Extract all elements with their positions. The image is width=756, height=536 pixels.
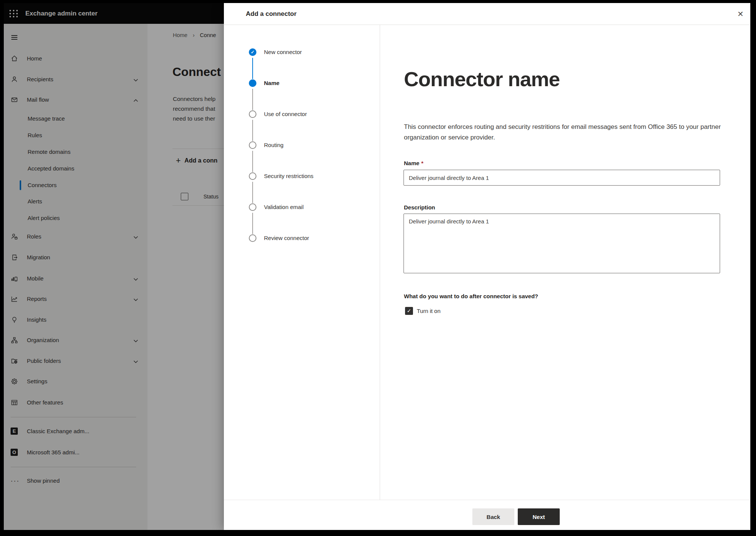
next-button[interactable]: Next: [518, 508, 560, 525]
connector-description-text: This connector enforces routing and secu…: [404, 122, 725, 143]
step-circle-upcoming: [249, 203, 256, 211]
step-connector-line: [252, 120, 253, 141]
wizard-steps-panel: ✓ New connector Name Use of connector Ro…: [224, 25, 380, 500]
step-circle-upcoming: [249, 172, 256, 180]
step-connector-line: [252, 182, 253, 203]
add-connector-modal: Add a connector ✕ ✓ New connector Name U…: [224, 3, 750, 530]
after-save-question: What do you want to do after connector i…: [404, 293, 538, 299]
wizard-step-name[interactable]: Name: [264, 79, 279, 87]
close-icon[interactable]: ✕: [734, 8, 747, 20]
turn-it-on-label[interactable]: Turn it on: [417, 307, 441, 315]
name-input[interactable]: [404, 170, 720, 186]
wizard-step-validation-email[interactable]: Validation email: [264, 203, 304, 211]
step-circle-completed: ✓: [249, 48, 256, 56]
wizard-step-use-of-connector[interactable]: Use of connector: [264, 110, 307, 118]
step-connector-line: [252, 151, 253, 172]
step-circle-upcoming: [249, 234, 256, 242]
step-circle-upcoming: [249, 141, 256, 149]
step-connector-line: [252, 58, 253, 79]
description-field-label: Description: [404, 204, 435, 211]
screenshot-frame: Exchange admin center Home Recipients: [0, 0, 756, 536]
step-connector-line: [252, 89, 253, 110]
modal-title: Add a connector: [246, 3, 297, 25]
wizard-step-routing[interactable]: Routing: [264, 141, 284, 149]
required-asterisk: *: [421, 160, 424, 166]
wizard-step-security-restrictions[interactable]: Security restrictions: [264, 172, 314, 180]
wizard-step-review-connector[interactable]: Review connector: [264, 234, 309, 242]
step-connector-line: [252, 213, 253, 234]
modal-header: Add a connector ✕: [224, 3, 750, 25]
wizard-step-new-connector[interactable]: New connector: [264, 48, 302, 56]
turn-it-on-checkbox[interactable]: ✓: [405, 307, 413, 315]
modal-footer: Back Next: [224, 500, 750, 530]
back-button[interactable]: Back: [472, 508, 514, 525]
connector-name-heading: Connector name: [404, 68, 560, 90]
description-textarea[interactable]: Deliver journal directly to Area 1: [404, 214, 720, 273]
step-circle-upcoming: [249, 110, 256, 118]
step-circle-current: [249, 79, 256, 87]
name-field-label: Name*: [404, 160, 424, 166]
